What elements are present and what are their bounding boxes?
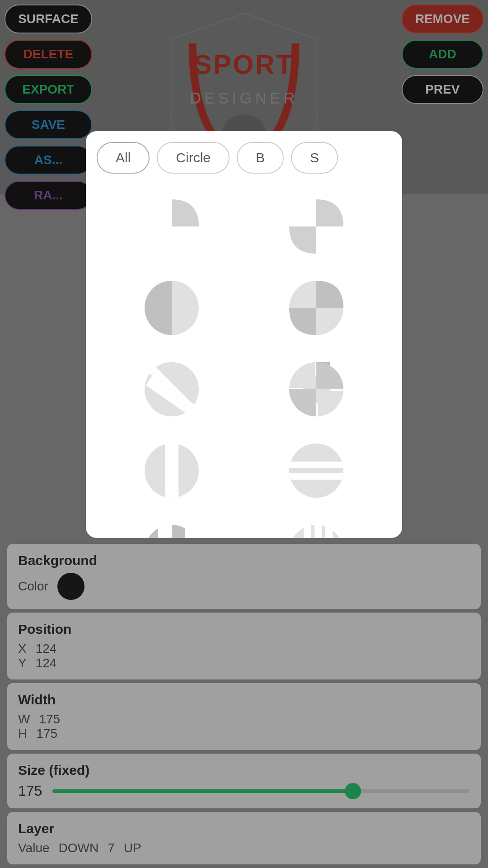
modal-overlay[interactable]: All Circle B S bbox=[0, 0, 488, 868]
svg-rect-12 bbox=[316, 389, 330, 403]
shape-svg-10 bbox=[285, 520, 348, 538]
svg-rect-26 bbox=[145, 525, 158, 538]
shape-svg-9 bbox=[140, 520, 203, 538]
filter-tab-circle[interactable]: Circle bbox=[157, 142, 230, 174]
svg-rect-22 bbox=[289, 462, 343, 468]
filter-tab-b[interactable]: B bbox=[237, 142, 284, 174]
filter-tab-s[interactable]: S bbox=[291, 142, 338, 174]
svg-rect-16 bbox=[289, 389, 316, 416]
filter-tab-all[interactable]: All bbox=[97, 142, 150, 174]
shape-svg-2 bbox=[285, 195, 348, 258]
svg-rect-44 bbox=[304, 525, 311, 538]
svg-rect-23 bbox=[289, 473, 343, 480]
shape-svg-1 bbox=[140, 195, 203, 258]
svg-rect-46 bbox=[325, 525, 333, 538]
shape-svg-5 bbox=[140, 358, 203, 421]
shape-item-1[interactable] bbox=[104, 190, 239, 263]
shape-item-7[interactable] bbox=[104, 434, 239, 507]
shape-item-6[interactable] bbox=[249, 353, 384, 425]
filter-tabs-container: All Circle B S bbox=[86, 131, 402, 181]
shape-item-2[interactable] bbox=[249, 190, 384, 263]
svg-rect-28 bbox=[172, 525, 185, 538]
shape-item-5[interactable] bbox=[104, 353, 239, 425]
shape-svg-3 bbox=[140, 276, 203, 340]
svg-rect-27 bbox=[158, 525, 172, 538]
shape-item-3[interactable] bbox=[104, 272, 239, 344]
shape-item-9[interactable] bbox=[104, 516, 239, 538]
svg-rect-19 bbox=[165, 443, 178, 498]
shape-svg-6 bbox=[285, 358, 348, 421]
svg-rect-45 bbox=[314, 525, 322, 538]
shapes-grid bbox=[86, 181, 402, 538]
svg-rect-13 bbox=[303, 376, 316, 389]
shape-svg-4 bbox=[285, 276, 348, 340]
shape-picker-modal: All Circle B S bbox=[86, 131, 402, 538]
svg-rect-15 bbox=[316, 362, 343, 389]
shape-svg-7 bbox=[140, 439, 203, 502]
shape-item-10[interactable] bbox=[249, 516, 384, 538]
svg-point-20 bbox=[289, 443, 343, 498]
svg-rect-29 bbox=[185, 525, 199, 538]
shape-svg-8 bbox=[285, 439, 348, 502]
shape-item-8[interactable] bbox=[249, 434, 384, 507]
shape-item-4[interactable] bbox=[249, 272, 384, 344]
